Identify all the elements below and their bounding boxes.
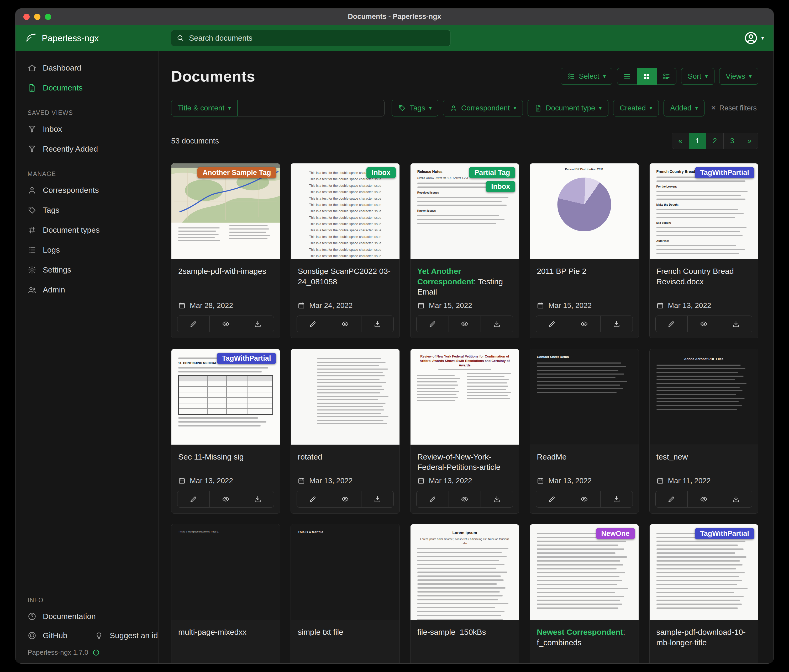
view-document-button[interactable]: [568, 316, 600, 332]
tag-pill[interactable]: TagWithPartial: [695, 167, 754, 178]
document-correspondent[interactable]: Newest Correspondent: [537, 628, 623, 636]
document-thumbnail[interactable]: Lorem ipsumLorem ipsum dolor sit amet, c…: [410, 524, 519, 620]
download-document-button[interactable]: [242, 316, 274, 332]
download-document-button[interactable]: [361, 491, 393, 507]
sidebar-item-github[interactable]: GitHub: [16, 626, 82, 645]
filter-document-type-button[interactable]: Document type▾: [527, 100, 608, 116]
document-thumbnail[interactable]: Contact Sheet Demo: [530, 349, 638, 445]
document-title[interactable]: ReadMe: [530, 445, 638, 473]
view-document-button[interactable]: [329, 316, 361, 332]
filter-created-button[interactable]: Created▾: [613, 100, 659, 116]
view-document-button[interactable]: [687, 316, 720, 332]
view-document-button[interactable]: [687, 491, 720, 507]
document-title[interactable]: Yet Another Correspondent: Testing Email: [410, 259, 519, 299]
sidebar-item-recently-added[interactable]: Recently Added: [16, 139, 158, 159]
document-title[interactable]: French Country Bread Revised.docx: [650, 259, 758, 288]
view-document-button[interactable]: [568, 491, 600, 507]
minimize-window-button[interactable]: [34, 14, 40, 20]
page-2-button[interactable]: 2: [706, 133, 724, 149]
filter-field-dropdown[interactable]: Title & content ▾: [171, 100, 238, 116]
page-prev-button[interactable]: «: [672, 133, 689, 149]
sidebar-item-tags[interactable]: Tags: [16, 200, 158, 220]
document-thumbnail[interactable]: NewOne: [530, 524, 638, 620]
document-title[interactable]: Sonstige ScanPC2022 03-24_081058: [291, 259, 399, 288]
edit-document-button[interactable]: [417, 491, 449, 507]
page-1-button[interactable]: 1: [689, 133, 706, 149]
view-document-button[interactable]: [449, 491, 481, 507]
document-title[interactable]: 2sample-pdf-with-images: [171, 259, 280, 287]
document-correspondent[interactable]: Yet Another Correspondent: [417, 267, 474, 286]
document-thumbnail[interactable]: This is a test for the double space char…: [291, 163, 399, 259]
tag-pill[interactable]: TagWithPartial: [695, 528, 754, 539]
edit-document-button[interactable]: [297, 491, 329, 507]
tag-pill[interactable]: TagWithPartial: [217, 353, 276, 364]
document-thumbnail[interactable]: This is a test file.: [291, 524, 399, 620]
document-title[interactable]: 2011 BP Pie 2: [530, 259, 638, 287]
brand[interactable]: Paperless-ngx: [25, 32, 171, 44]
filter-correspondent-button[interactable]: Correspondent▾: [443, 100, 523, 116]
reset-filters-button[interactable]: ✕ Reset filters: [709, 104, 758, 113]
edit-document-button[interactable]: [297, 316, 329, 332]
tag-pill[interactable]: Inbox: [486, 181, 515, 192]
sidebar-item-document-types[interactable]: Document types: [16, 220, 158, 240]
sort-button[interactable]: Sort ▾: [681, 68, 714, 85]
select-button[interactable]: Select ▾: [561, 68, 612, 85]
filter-tags-button[interactable]: Tags▾: [391, 100, 438, 116]
download-document-button[interactable]: [361, 316, 393, 332]
tag-pill[interactable]: Another Sample Tag: [197, 167, 276, 178]
document-thumbnail[interactable]: TagWithPartial: [650, 524, 758, 620]
document-title[interactable]: rotated: [291, 445, 399, 473]
sidebar-item-dashboard[interactable]: Dashboard: [16, 58, 158, 78]
edit-document-button[interactable]: [177, 316, 209, 332]
view-document-button[interactable]: [209, 491, 242, 507]
sidebar-item-suggest-an-idea[interactable]: Suggest an idea: [82, 626, 158, 645]
download-document-button[interactable]: [600, 316, 632, 332]
user-menu[interactable]: ▾: [744, 31, 764, 45]
document-title[interactable]: Review-of-New-York-Federal-Petitions-art…: [410, 445, 519, 474]
edit-document-button[interactable]: [656, 316, 688, 332]
zoom-window-button[interactable]: [45, 14, 51, 20]
document-thumbnail[interactable]: 11. CONTINUING MEDICAL EDUCA TagWithPart…: [171, 349, 280, 445]
filter-added-button[interactable]: Added▾: [664, 100, 704, 116]
edit-document-button[interactable]: [417, 316, 449, 332]
download-document-button[interactable]: [481, 316, 513, 332]
download-document-button[interactable]: [720, 491, 752, 507]
views-button[interactable]: Views ▾: [719, 68, 758, 85]
document-title[interactable]: simple txt file: [291, 620, 399, 648]
document-thumbnail[interactable]: Adobe Acrobat PDF Files: [650, 349, 758, 445]
sidebar-item-documentation[interactable]: Documentation: [16, 607, 158, 626]
sidebar-item-admin[interactable]: Admin: [16, 280, 158, 300]
document-title[interactable]: Sec 11-Missing sig: [171, 445, 280, 473]
document-thumbnail[interactable]: Another Sample Tag: [171, 163, 280, 259]
sidebar-item-logs[interactable]: Logs: [16, 240, 158, 260]
sidebar-item-inbox[interactable]: Inbox: [16, 119, 158, 139]
search-input[interactable]: [188, 33, 445, 43]
page-3-button[interactable]: 3: [724, 133, 741, 149]
document-thumbnail[interactable]: French Country BreadFor the Leaven:Make …: [650, 163, 758, 259]
download-document-button[interactable]: [242, 491, 274, 507]
document-title[interactable]: sample-pdf-download-10-mb-longer-title: [650, 620, 758, 649]
tag-pill[interactable]: NewOne: [596, 528, 635, 539]
download-document-button[interactable]: [600, 491, 632, 507]
view-details-button[interactable]: [657, 68, 676, 85]
download-document-button[interactable]: [720, 316, 752, 332]
view-document-button[interactable]: [209, 316, 242, 332]
view-document-button[interactable]: [329, 491, 361, 507]
sidebar-item-documents[interactable]: Documents: [16, 78, 158, 98]
filter-text-input[interactable]: [238, 100, 385, 116]
document-title[interactable]: test_new: [650, 445, 758, 473]
sidebar-item-correspondents[interactable]: Correspondents: [16, 180, 158, 200]
view-list-button[interactable]: [617, 68, 637, 85]
close-window-button[interactable]: [23, 14, 30, 20]
edit-document-button[interactable]: [656, 491, 688, 507]
edit-document-button[interactable]: [536, 316, 568, 332]
document-thumbnail[interactable]: [291, 349, 399, 445]
document-thumbnail[interactable]: This is a multi page document. Page 1.: [171, 524, 280, 620]
tag-pill[interactable]: Partial Tag: [469, 167, 515, 178]
info-icon[interactable]: [93, 649, 100, 656]
sidebar-item-settings[interactable]: Settings: [16, 260, 158, 280]
document-title[interactable]: Newest Correspondent: f_combineds: [530, 620, 638, 649]
document-title[interactable]: file-sample_150kBs: [410, 620, 519, 648]
edit-document-button[interactable]: [177, 491, 209, 507]
document-title[interactable]: multi-page-mixedxx: [171, 620, 280, 648]
